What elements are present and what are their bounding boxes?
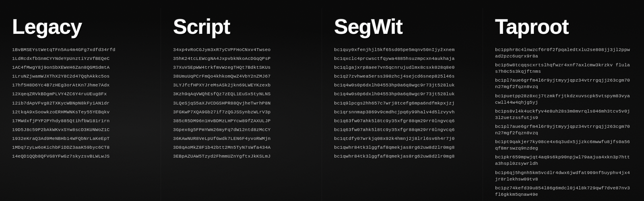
address-item[interactable]: 3FGKwP7XQA9Gb27if7zQGJSSynbzWLrV3p xyxy=(173,109,310,115)
address-item[interactable]: bc1q4w0s0p6dxlh04553hp0a6q8wgc9r73jt528l… xyxy=(334,82,471,88)
address-item[interactable]: 3EBpAZUAW5Tzyd2FhmmUZnYgftxJkKSLmJ xyxy=(173,153,310,160)
segwit-title: SegWit xyxy=(334,16,471,37)
address-item[interactable]: bc1puetpp28z8xcj7tzmkfrjtkdzxuvscpk5vtsp… xyxy=(495,93,632,106)
address-item[interactable]: 19D5J8c59P2bAkWKvxSYw8scD3KUNWoZ1C xyxy=(12,127,149,133)
address-item[interactable]: bc1qrsnnmap3869v9cmdhcjpq6y99halv4d5lzvy… xyxy=(334,109,471,115)
address-item[interactable]: 12ib7dApVFvg82TXKycWBNpN8kFyiAN1dr xyxy=(12,100,149,107)
address-item[interactable]: bc1qwhr84tk3lggfaf8qmekjas8rg62uw8d2lr0m… xyxy=(334,144,471,151)
taproot-address-list: bc1pphr8c4lnwzcf6r0f2fpqaledtxlu2se808jj… xyxy=(495,47,632,201)
address-item[interactable]: bc1p6qj5hgnh5km5vcdlr4dwx6jwdfat909nf5uy… xyxy=(495,170,632,183)
address-item[interactable]: 3LYJfcfHPXYJreMsASk2jkn69LWEYKzexb xyxy=(173,82,310,88)
address-item[interactable]: 3Gpex6g5FPmYWm26myFq7dW12ntd8zMcCY xyxy=(173,127,310,133)
address-item[interactable]: bc1pz74kefd39u854l86g6mdcl0j4l8k729qwf7d… xyxy=(495,185,632,198)
address-item[interactable]: bc1q27zvhwea5erss390zhcj4sejcd6snep825l4… xyxy=(334,73,471,80)
script-title: Script xyxy=(173,16,310,37)
address-item[interactable]: bc1qlgajxrp8aee7vn5qcnrujudlmx8csxk028q8… xyxy=(334,64,471,71)
address-item[interactable]: bc1q4w0s0p6dxlh04553hp0a6q8wgc9r73jt528l… xyxy=(334,91,471,97)
address-item[interactable]: 38UmuUqPCrFmQo4khkomQwZ4VbY2nZMJ67 xyxy=(173,73,310,80)
column-segwit: SegWitbc1quy0xfenjhjl5kf65sd05pe5mqnv50n… xyxy=(322,8,483,201)
address-item[interactable]: 1LruNZjwamWJXThX2Y8C2d47QqhAkkc5os xyxy=(12,73,149,80)
address-item[interactable]: bc1ps8vl4k4uckfyv4e8uh28s3m0mvrqls046mh3… xyxy=(495,108,632,121)
address-item[interactable]: bc1p5w8tcqqscxrtslhqfwzr4xnf7axlcmw3krzk… xyxy=(495,62,632,75)
address-item[interactable]: 17hf5H8D6Yc4B7zHEg3orAtKn7Jhme7Adx xyxy=(12,82,149,88)
address-item[interactable]: 34xp4vRoCGJym3xR7yCVPFHoCNxv4Twseo xyxy=(173,47,310,53)
address-item[interactable]: 1932eKraQ3Ad9MeNBHb14WFQbNrLaKeEpT xyxy=(12,135,149,142)
address-item[interactable]: 37XuVSEpWW4trkfmvWzegTHQt7BdktSKUs xyxy=(173,64,310,71)
address-item[interactable]: bc1pl7aue6grfm4l6r9yjtmyyjqpz34vtrrgqjj2… xyxy=(495,123,632,136)
column-script: Script34xp4vRoCGJym3xR7yCVPFHoCNxv4Twseo… xyxy=(161,8,322,201)
address-item[interactable]: bc1qwhr84tk3lggfaf8qmekjas8rg62uw8d2lr0m… xyxy=(334,153,471,160)
legacy-address-list: 1BvBMSEYstWetqTFn5Au4m4GFg7xdfd34rfd1LdR… xyxy=(12,47,149,160)
address-item[interactable]: bc1pt9qakjer7ky08ce4x6q3udx5jjzkc6mwwfu8… xyxy=(495,139,632,152)
taproot-title: Taproot xyxy=(495,16,632,37)
address-item[interactable]: 3Kzh9qAqVWQhEsfQz7zEQL1EuSx5tyNLNS xyxy=(173,91,310,97)
address-item[interactable]: 14eQD1QQb8QFVG8YFwGz7skyzsvBLWLwJS xyxy=(12,153,149,160)
script-address-list: 34xp4vRoCGJym3xR7yCVPFHoCNxv4Twseo35hK24… xyxy=(173,47,310,160)
address-item[interactable]: 12tkqA9xSoowkzoERHMWNKsTey55YEBqkv xyxy=(12,109,149,115)
address-item[interactable]: bc1qtdfy07wrkjq08x92k4hmnj2j8lrl6sv6h4r7… xyxy=(334,135,471,142)
address-item[interactable]: 1AC4fMwgY8j9onSbXEWeH6Zan8QGMSdmtA xyxy=(12,64,149,71)
address-item[interactable]: 1MDq7zyLw6oKichbFiDDZ3aaK59byc6CT8 xyxy=(12,144,149,151)
address-item[interactable]: bc1q63fw07ahk5l8tc9y35xfgr88qm29rr0lngvc… xyxy=(334,118,471,124)
address-item[interactable]: bc1pl7aue6grfm4l6r9yjtmyyjqpz34vtrrgqjj2… xyxy=(495,77,632,90)
address-item[interactable]: bc1quy0xfenjhjl5kf65sd05pe5mqnv50nIjyžxn… xyxy=(334,47,471,53)
address-item[interactable]: bc1pphr8c4lnwzcf6r0f2fpqaledtxlu2se808jj… xyxy=(495,47,632,59)
column-legacy: Legacy1BvBMSEYstWetqTFn5Au4m4GFg7xdfd34r… xyxy=(0,8,161,201)
address-item[interactable]: 1LdRcdxfbSnmCYYNdeYpUnztiYzVfBEQeC xyxy=(12,55,149,62)
address-item[interactable]: 1BvBMSEYstWetqTFn5Au4m4GFg7xdfd34rfd xyxy=(12,47,149,53)
address-item[interactable]: 385cR5DM96n1HvBDMzLHPYcw89fZAXULJP xyxy=(173,118,310,124)
address-item[interactable]: 36KAwNUR8VeLpUfGwdk7LEN6F4yvoRWMjn xyxy=(173,135,310,142)
segwit-address-list: bc1quy0xfenjhjl5kf65sd05pe5mqnv50nIjyžxn… xyxy=(334,47,471,160)
page-container: Legacy1BvBMSEYstWetqTFn5Au4m4GFg7xdfd34r… xyxy=(0,0,644,201)
address-item[interactable]: 17MWdxfjPYP2PYhdy885QtihfbW181r1rn xyxy=(12,118,149,124)
address-item[interactable]: 3D8qAoMkZ8F1b42btt2Mn5TyN7sWfa434A xyxy=(173,144,310,151)
legacy-title: Legacy xyxy=(12,16,149,37)
address-item[interactable]: 12XqeqZRVkBDgmPLVY4ZC6Y4ruUEug8Fx xyxy=(12,91,149,97)
address-item[interactable]: bc1pkr659mpwjqt4aq9s6kp90npjwl79aajua4xk… xyxy=(495,154,632,167)
address-item[interactable]: bc1q63fw07ahk5l8tc9y35xfgr88qm29rr0lngvc… xyxy=(334,127,471,133)
address-item[interactable]: 3LQeSjqS5aXJVCDGSHPR88QvjheTwrhP8N xyxy=(173,100,310,107)
address-item[interactable]: bc1qxclc4prcwsctfqywa4885hsuzmpcxn4aukha… xyxy=(334,55,471,62)
column-taproot: Taprootbc1pphr8c4lnwzcf6r0f2fpqaledtxlu2… xyxy=(483,8,644,201)
address-item[interactable]: 35hK24tcLEWcgNA4JxpvbkNkoAcDGqQPsP xyxy=(173,55,310,62)
address-item[interactable]: bc1q9lpcgs2hh657c7wrj8tcefg6mpa6ndfmkpxj… xyxy=(334,100,471,107)
